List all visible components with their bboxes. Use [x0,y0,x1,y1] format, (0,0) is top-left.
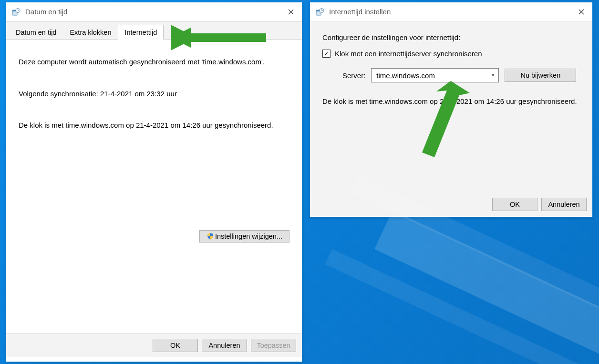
dialog-button-row: OK Annuleren Toepassen [6,334,302,357]
clock-calendar-icon [12,8,21,16]
cancel-button[interactable]: Annuleren [202,339,247,352]
cancel-button[interactable]: Annuleren [541,198,587,211]
server-label: Server: [342,71,365,80]
tab-extra-klokken[interactable]: Extra klokken [63,25,118,39]
titlebar[interactable]: Datum en tijd [6,2,302,21]
uac-shield-icon [207,233,214,240]
date-time-window: Datum en tijd Datum en tijd Extra klokke… [6,2,302,362]
tab-internettijd[interactable]: Internettijd [118,25,164,40]
change-settings-button[interactable]: Instellingen wijzigen... [199,230,289,243]
update-now-button[interactable]: Nu bijwerken [505,69,576,82]
intro-text: Configureer de instellingen voor interne… [322,32,580,43]
server-value: time.windows.com [376,71,435,80]
sync-info-text: Deze computer wordt automatisch gesynchr… [19,57,289,68]
last-sync-text: De klok is met time.windows.com op 21-4-… [19,120,289,131]
sync-status-text: De klok is met time.windows.com op 21-4-… [322,96,580,107]
tab-panel-internettijd: Deze computer wordt automatisch gesynchr… [6,40,302,334]
sync-checkbox-label: Klok met een internettijdserver synchron… [335,50,482,58]
clock-calendar-icon [316,8,324,16]
window-title: Internettijd instellen [329,8,570,16]
change-settings-label: Instellingen wijzigen... [215,233,282,240]
close-button[interactable] [280,2,302,21]
tab-datum-en-tijd[interactable]: Datum en tijd [9,25,63,39]
internet-time-settings-window: Internettijd instellen Configureer de in… [310,2,593,217]
apply-button: Toepassen [251,339,296,352]
dialog-body: Configureer de instellingen voor interne… [310,21,592,193]
chevron-down-icon: ▾ [492,72,495,78]
next-sync-text: Volgende synchronisatie: 21-4-2021 om 23… [19,89,289,100]
close-button[interactable] [570,2,592,21]
dialog-button-row: OK Annuleren [310,193,592,216]
titlebar[interactable]: Internettijd instellen [310,2,592,21]
ok-button[interactable]: OK [153,339,198,352]
window-title: Datum en tijd [25,8,280,16]
sync-checkbox[interactable]: ✓ [322,50,330,58]
ok-button[interactable]: OK [492,198,537,211]
tabstrip: Datum en tijd Extra klokken Internettijd [6,21,302,40]
server-combobox[interactable]: time.windows.com ▾ [371,68,499,82]
